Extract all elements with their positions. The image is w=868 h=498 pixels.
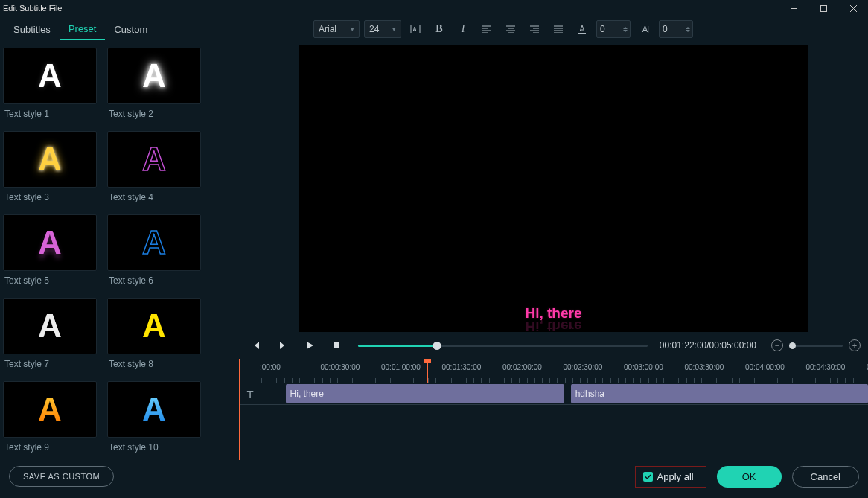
stop-button[interactable]: [327, 336, 346, 355]
ruler-label: 00:02:30:00: [564, 363, 603, 371]
preset-label: Text style 5: [3, 271, 100, 292]
ruler-label: 00:03:30:00: [685, 363, 724, 371]
playback-bar: 00:01:22:00/00:05:00:00 − +: [239, 332, 868, 359]
preset-label: Text style 9: [3, 438, 100, 455]
subtitle-clip[interactable]: hdhsha: [571, 384, 868, 403]
svg-rect-21: [334, 342, 339, 348]
ruler-label: 00:03:00:00: [624, 363, 663, 371]
playback-time: 00:01:22:00/00:05:00:00: [660, 340, 756, 351]
prev-frame-button[interactable]: [246, 336, 266, 355]
align-left-button[interactable]: [477, 20, 497, 38]
apply-all-label: Apply all: [657, 471, 694, 482]
seek-slider[interactable]: [358, 345, 648, 347]
font-color-button[interactable]: [572, 20, 592, 38]
preset-label: Text style 4: [107, 188, 204, 208]
preset-thumb-9[interactable]: A: [3, 381, 97, 438]
line-spacing-input[interactable]: 0: [659, 20, 693, 38]
subtitle-clip[interactable]: Hi, there: [286, 384, 565, 403]
apply-all-checkbox[interactable]: Apply all: [635, 466, 706, 488]
text-track-icon: T: [239, 383, 261, 405]
preset-thumb-8[interactable]: A: [107, 298, 201, 354]
font-family-select[interactable]: Arial▾: [313, 20, 360, 38]
preset-thumb-7[interactable]: A: [3, 298, 97, 354]
close-button[interactable]: [838, 0, 868, 16]
track-body[interactable]: Hi, therehdhsha: [261, 383, 868, 405]
preset-thumb-6[interactable]: A: [107, 214, 201, 271]
char-spacing-input[interactable]: 0: [596, 20, 631, 38]
preset-thumb-2[interactable]: A: [107, 48, 201, 104]
ok-button[interactable]: OK: [717, 466, 782, 488]
zoom-out-button[interactable]: −: [771, 339, 783, 351]
preset-thumb-10[interactable]: A: [107, 381, 201, 438]
ruler-label: 00:01:00:00: [381, 363, 421, 371]
preset-thumb-5[interactable]: A: [3, 214, 97, 271]
preset-sidebar[interactable]: A Text style 1 A Text style 2 A Text sty…: [0, 42, 239, 455]
preset-label: Text style 3: [3, 188, 100, 208]
align-justify-button[interactable]: [549, 20, 568, 38]
preview-subtitle-reflection: Hi, there: [525, 318, 581, 334]
ruler-label: 00:04:30:00: [806, 363, 846, 371]
play-button[interactable]: [300, 336, 319, 355]
maximize-button[interactable]: [808, 0, 838, 16]
preset-thumb-1[interactable]: A: [3, 48, 97, 104]
font-size-select[interactable]: 24▾: [364, 20, 401, 38]
svg-rect-1: [820, 5, 826, 11]
next-frame-button[interactable]: [273, 336, 293, 355]
cancel-button[interactable]: Cancel: [792, 466, 859, 488]
tab-preset[interactable]: Preset: [60, 18, 106, 40]
preset-label: Text style 7: [3, 354, 100, 375]
format-toolbar: Arial▾ 24▾ B I: [239, 16, 868, 42]
timeline-ruler[interactable]: :00:0000:00:30:0000:01:00:0000:01:30:000…: [239, 359, 868, 383]
ruler-label: :00:00: [260, 363, 281, 371]
ruler-label: 00:04:00:00: [745, 363, 785, 371]
font-size-value: 24: [369, 24, 379, 34]
subtitle-track: T Hi, therehdhsha: [239, 383, 868, 405]
zoom-slider[interactable]: [789, 345, 843, 347]
tab-subtitles[interactable]: Subtitles: [4, 19, 60, 39]
preset-label: Text style 8: [107, 354, 204, 375]
align-right-button[interactable]: [525, 20, 544, 38]
italic-button[interactable]: I: [453, 20, 473, 38]
checkbox-icon: [643, 472, 653, 482]
ruler-label: 00:00:30:00: [321, 363, 360, 371]
save-as-custom-button[interactable]: SAVE AS CUSTOM: [9, 466, 114, 487]
zoom-in-button[interactable]: +: [849, 339, 861, 351]
tab-custom[interactable]: Custom: [105, 19, 156, 39]
minimize-button[interactable]: [779, 0, 808, 16]
preset-thumb-3[interactable]: A: [3, 131, 97, 188]
video-preview[interactable]: Hi, there Hi, there: [299, 45, 808, 332]
preset-label: Text style 1: [3, 104, 100, 125]
ruler-label: 00:01:30:00: [442, 363, 482, 371]
line-spacing-icon[interactable]: |A|: [635, 20, 654, 38]
titlebar: Edit Subtitle File: [0, 0, 868, 16]
footer: SAVE AS CUSTOM Apply all OK Cancel: [0, 455, 868, 498]
window-title: Edit Subtitle File: [3, 4, 62, 13]
bold-button[interactable]: B: [430, 20, 449, 38]
font-family-value: Arial: [319, 24, 336, 34]
char-spacing-icon[interactable]: [406, 20, 425, 38]
preset-label: Text style 6: [107, 271, 204, 292]
char-spacing-value: 0: [600, 24, 605, 34]
ruler-label: 00:02:00:00: [502, 363, 542, 371]
preset-thumb-4[interactable]: A: [107, 131, 201, 188]
align-center-button[interactable]: [501, 20, 520, 38]
preset-label: Text style 10: [107, 438, 204, 455]
line-spacing-value: 0: [663, 24, 668, 34]
preset-label: Text style 2: [107, 104, 204, 125]
